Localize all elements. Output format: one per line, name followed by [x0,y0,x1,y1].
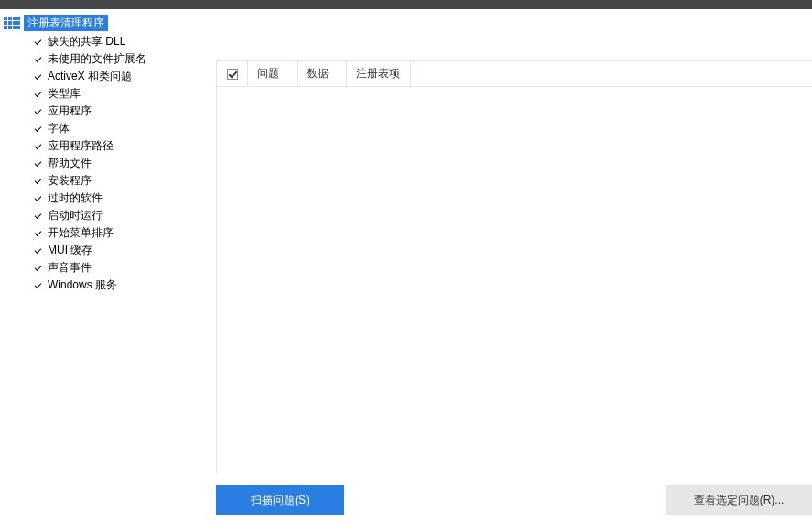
button-label: 查看选定问题(R)... [694,493,785,508]
tree-item-sound-events[interactable]: 声音事件 [0,259,207,277]
checkmark-icon [35,125,42,133]
tree-item-label: 应用程序路径 [48,138,114,154]
tree-children: 缺失的共享 DLL 未使用的文件扩展名 ActiveX 和类问题 类型库 应用程… [0,33,207,294]
app-grid-icon [4,17,20,29]
tree-item-label: ActiveX 和类问题 [48,69,132,84]
checkmark-icon [35,38,42,46]
checkmark-icon [35,56,42,63]
checkmark-icon [35,247,42,255]
checkmark-icon [35,143,42,150]
checkmark-icon [35,91,42,98]
scan-button[interactable]: 扫描问题(S) [216,485,344,515]
tree-item-label: 帮助文件 [48,156,92,171]
tree-item-label: Windows 服务 [48,277,117,293]
tree-item-activex[interactable]: ActiveX 和类问题 [0,68,207,85]
tree-item-label: 字体 [48,121,70,136]
tree-item-help-files[interactable]: 帮助文件 [0,155,207,172]
table-header-filler [411,61,812,86]
checkmark-icon [35,160,42,168]
tree-item-label: 启动时运行 [48,208,103,223]
tree-item-label: 缺失的共享 DLL [48,34,125,49]
tree-item-label: 应用程序 [48,103,92,119]
tree-item-unused-extensions[interactable]: 未使用的文件扩展名 [0,50,207,68]
tree-item-installer[interactable]: 安装程序 [0,172,207,190]
tree-item-label: 安装程序 [48,173,92,189]
checkmark-icon [35,282,42,289]
main-layout: 注册表清理程序 缺失的共享 DLL 未使用的文件扩展名 ActiveX 和类问题… [0,9,812,522]
table-header-checkbox-col[interactable] [217,61,248,86]
tree-root-label: 注册表清理程序 [24,15,108,31]
sidebar: 注册表清理程序 缺失的共享 DLL 未使用的文件扩展名 ActiveX 和类问题… [0,9,207,522]
footer-bar: 扫描问题(S) 查看选定问题(R)... [216,485,812,515]
tree-item-label: 未使用的文件扩展名 [48,51,146,67]
checkmark-icon [35,73,42,81]
title-bar [0,0,812,9]
checkmark-icon [35,195,42,202]
checkmark-icon [35,212,42,220]
tree-item-start-menu-sort[interactable]: 开始菜单排序 [0,224,207,242]
tree-item-missing-shared-dll[interactable]: 缺失的共享 DLL [0,33,207,50]
table-header-data[interactable]: 数据 [298,61,347,86]
checkmark-icon [35,178,42,185]
tree-item-type-library[interactable]: 类型库 [0,85,207,103]
tree-item-applications[interactable]: 应用程序 [0,103,207,120]
checkmark-icon [35,108,42,115]
tree-item-obsolete-software[interactable]: 过时的软件 [0,190,207,207]
tree-item-startup[interactable]: 启动时运行 [0,207,207,224]
tree-root[interactable]: 注册表清理程序 [0,15,207,31]
tree-item-mui-cache[interactable]: MUI 缓存 [0,242,207,259]
content-area: 问题 数据 注册表项 扫描问题(S) 查看选定问题(R)... [207,9,812,522]
select-all-checkbox[interactable] [227,69,238,80]
tree-item-label: 过时的软件 [48,190,103,206]
button-label: 扫描问题(S) [251,493,309,508]
tree-item-windows-services[interactable]: Windows 服务 [0,277,207,294]
table-header: 问题 数据 注册表项 [217,61,812,87]
table-header-problem[interactable]: 问题 [248,61,298,86]
table-header-registry-key[interactable]: 注册表项 [347,61,411,86]
results-table: 问题 数据 注册表项 [216,60,812,473]
tree-item-label: 类型库 [48,86,81,102]
checkmark-icon [35,230,42,237]
tree-item-fonts[interactable]: 字体 [0,120,207,137]
review-selected-button[interactable]: 查看选定问题(R)... [666,485,812,515]
tree-item-app-paths[interactable]: 应用程序路径 [0,137,207,155]
column-label: 问题 [257,66,279,82]
column-label: 注册表项 [356,66,400,82]
tree-item-label: MUI 缓存 [48,243,92,258]
checkmark-icon [35,265,42,272]
column-label: 数据 [307,66,329,82]
tree-item-label: 开始菜单排序 [48,225,114,241]
tree-item-label: 声音事件 [48,260,92,276]
